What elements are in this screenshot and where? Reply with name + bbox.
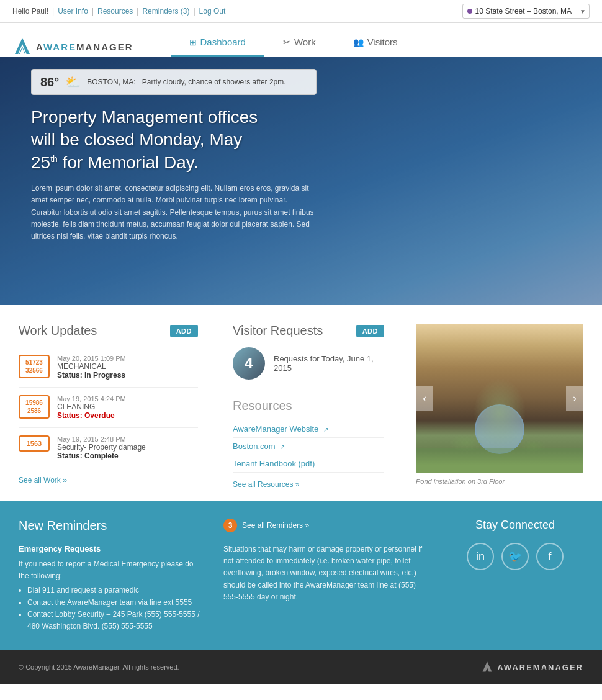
weather-icon: ⛅	[65, 75, 81, 89]
list-item: Dial 911 and request a paramedic	[27, 584, 205, 596]
gallery-prev-button[interactable]: ‹	[416, 386, 433, 411]
weather-box: 86° ⛅ BOSTON, MA: Partly cloudy, chance …	[31, 69, 317, 95]
work-item: 1563 May 19, 2015 2:48 PM Security- Prop…	[19, 428, 198, 468]
nav-visitors[interactable]: 👥 Visitors	[335, 29, 416, 57]
resource-link-awaremanager[interactable]: AwareManager Website ↗	[233, 420, 384, 438]
work-updates-header: Work Updates ADD	[19, 324, 198, 338]
top-bar: Hello Paul! | User Info | Resources | Re…	[0, 0, 602, 23]
work-status: Status: Complete	[57, 452, 198, 460]
visitor-title: Visitor Requests	[233, 324, 323, 338]
work-icon: ✂	[283, 37, 290, 47]
gallery-box: ‹ ›	[416, 324, 583, 473]
see-all-reminders-link[interactable]: See all Reminders »	[242, 521, 309, 530]
footer-copyright: © Copyright 2015 AwareManager. All right…	[19, 663, 179, 671]
stay-connected-title: Stay Connected	[447, 519, 583, 532]
social-icons: in 🐦 f	[447, 543, 583, 570]
resource-link-handbook[interactable]: Tenant Handbook (pdf)	[233, 455, 384, 473]
resources-link[interactable]: Resources	[97, 7, 133, 16]
logo-icon	[12, 37, 32, 57]
visitor-header: Visitor Requests ADD	[233, 324, 384, 338]
external-link-icon: ↗	[280, 443, 285, 450]
gallery-image	[416, 324, 583, 473]
emergency-body: If you need to report a Medical Emergenc…	[19, 558, 205, 632]
footer-logo-icon	[481, 661, 493, 673]
work-type: CLEANING	[57, 402, 198, 411]
see-all-resources-link[interactable]: See all Resources »	[233, 480, 299, 489]
footer-logo: AwareManager	[481, 661, 583, 673]
see-all-work-link[interactable]: See all Work »	[19, 476, 67, 484]
work-info: May 19, 2015 2:48 PM Security- Property …	[57, 435, 198, 460]
hero-title: Property Management offices will be clos…	[31, 106, 317, 174]
location-label: 10 State Street – Boston, MA	[462, 4, 590, 19]
top-bar-right: 10 State Street – Boston, MA ▼	[462, 4, 590, 19]
logo-text: AWAREMANAGER	[36, 42, 133, 52]
work-status-overdue: Status: Overdue	[57, 411, 198, 420]
work-type: Security- Property damage	[57, 443, 198, 452]
list-item: Contact Lobby Security – 245 Park (555) …	[27, 609, 205, 632]
gallery-caption: Pond installation on 3rd Floor	[416, 478, 583, 485]
gallery-next-button[interactable]: ›	[566, 386, 583, 411]
main-content: Work Updates ADD 5172332566 May 20, 2015…	[0, 305, 602, 501]
top-bar-left: Hello Paul! | User Info | Resources | Re…	[12, 7, 225, 16]
greeting: Hello Paul!	[12, 7, 48, 16]
divider	[233, 391, 384, 391]
work-badge: 1563	[19, 435, 50, 452]
gallery-column: ‹ › Pond installation on 3rd Floor	[400, 324, 583, 489]
add-work-button[interactable]: ADD	[170, 325, 198, 337]
dashboard-icon: ⊞	[189, 37, 197, 47]
stay-connected: Stay Connected in 🐦 f	[447, 519, 583, 632]
nav-work[interactable]: ✂ Work	[264, 29, 335, 57]
work-badge: 5172332566	[19, 355, 50, 378]
weather-city: BOSTON, MA:	[87, 78, 135, 86]
visitor-request-text: Requests for Today, June 1, 2015	[274, 354, 384, 373]
logout-link[interactable]: Log Out	[199, 7, 226, 16]
emergency-list: Dial 911 and request a paramedic Contact…	[27, 584, 205, 632]
emergency-title: Emergency Requests	[19, 544, 205, 553]
work-updates-column: Work Updates ADD 5172332566 May 20, 2015…	[19, 324, 217, 489]
hero-content: 86° ⛅ BOSTON, MA: Partly cloudy, chance …	[0, 57, 348, 255]
weather-description: Partly cloudy, chance of showers after 2…	[142, 78, 286, 86]
work-info: May 19, 2015 4:24 PM CLEANING Status: Ov…	[57, 395, 198, 420]
hero-section: 86° ⛅ BOSTON, MA: Partly cloudy, chance …	[0, 57, 602, 305]
list-item: Contact the AwareManager team via line e…	[27, 597, 205, 609]
work-updates-title: Work Updates	[19, 324, 97, 338]
logo[interactable]: AWAREMANAGER	[12, 37, 133, 57]
reminders-mid: 3 See all Reminders » Situations that ma…	[223, 519, 428, 632]
footer-logo-text: AwareManager	[497, 663, 583, 672]
external-link-icon: ↗	[323, 426, 328, 433]
linkedin-icon[interactable]: in	[467, 543, 494, 570]
reminders-header: New Reminders	[19, 519, 205, 533]
main-nav: ⊞ Dashboard ✂ Work 👥 Visitors	[171, 29, 416, 57]
visitor-resources-column: Visitor Requests ADD 4 Requests for Toda…	[217, 324, 400, 489]
reminder-count: 3	[223, 519, 237, 532]
visitors-icon: 👥	[353, 37, 364, 47]
footer: © Copyright 2015 AwareManager. All right…	[0, 650, 602, 684]
work-item: 159862586 May 19, 2015 4:24 PM CLEANING …	[19, 388, 198, 428]
logo-nav-bar: AWAREMANAGER ⊞ Dashboard ✂ Work 👥 Visito…	[0, 23, 602, 57]
reminders-title: New Reminders	[19, 519, 107, 533]
hero-body: Lorem ipsum dolor sit amet, consectetur …	[31, 183, 317, 242]
resources-title: Resources	[233, 399, 384, 413]
reminders-right-text: Situations that may harm or damage prope…	[223, 543, 428, 603]
work-date: May 19, 2015 4:24 PM	[57, 395, 198, 402]
work-badge: 159862586	[19, 395, 50, 419]
reminders-section: New Reminders Emergency Requests If you …	[0, 501, 602, 650]
location-wrapper: 10 State Street – Boston, MA ▼	[462, 4, 590, 19]
work-status: Status: In Progress	[57, 371, 198, 380]
reminders-link[interactable]: Reminders (3)	[142, 7, 189, 16]
twitter-icon[interactable]: 🐦	[501, 543, 529, 570]
work-type: MECHANICAL	[57, 362, 198, 371]
resource-link-boston[interactable]: Boston.com ↗	[233, 438, 384, 455]
visitor-row: 4 Requests for Today, June 1, 2015	[233, 347, 384, 380]
facebook-icon[interactable]: f	[536, 543, 564, 570]
user-info-link[interactable]: User Info	[58, 7, 88, 16]
add-visitor-button[interactable]: ADD	[356, 325, 384, 337]
reminders-left: New Reminders Emergency Requests If you …	[19, 519, 205, 632]
weather-temp: 86°	[40, 75, 59, 89]
visitor-count-badge: 4	[233, 347, 265, 380]
nav-dashboard[interactable]: ⊞ Dashboard	[171, 29, 264, 57]
location-dot	[467, 9, 472, 14]
work-info: May 20, 2015 1:09 PM MECHANICAL Status: …	[57, 355, 198, 380]
work-date: May 19, 2015 2:48 PM	[57, 435, 198, 443]
work-item: 5172332566 May 20, 2015 1:09 PM MECHANIC…	[19, 347, 198, 388]
